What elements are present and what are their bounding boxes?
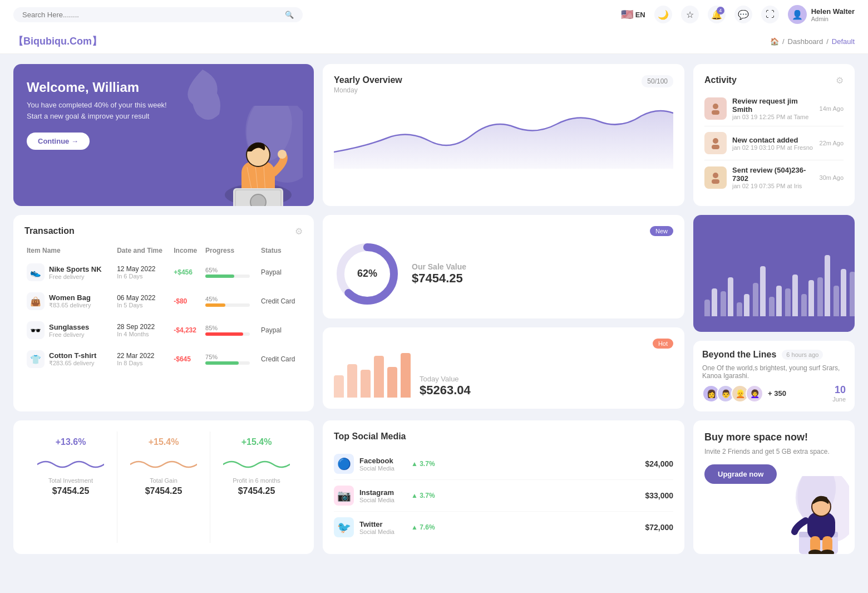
progress-bar: [205, 303, 250, 307]
social-growth: ▲ 3.7%: [411, 492, 435, 499]
avatar: 👤: [788, 5, 807, 24]
bar-dark: [728, 277, 733, 316]
activity-item-time: 14m Ago: [820, 105, 844, 112]
item-name: Women Bag: [49, 293, 91, 302]
search-bar[interactable]: 🔍: [13, 7, 303, 22]
breadcrumb-dashboard[interactable]: Dashboard: [788, 37, 823, 46]
new-badge: New: [650, 226, 673, 236]
progress-label: 75%: [205, 354, 257, 360]
activity-thumb: [704, 97, 727, 120]
stat-value: $7454.25: [145, 486, 183, 496]
stat-wave: [37, 456, 104, 473]
item-icon: 👜: [27, 292, 45, 310]
svg-point-12: [250, 194, 266, 206]
item-income-cell: +$456: [171, 258, 203, 287]
continue-button[interactable]: Continue →: [27, 133, 90, 150]
social-name: Facebook: [359, 457, 394, 465]
table-row: 👟 Nike Sports NK Free delivery 12 May 20…: [24, 258, 303, 287]
item-icon: 🕶️: [27, 321, 45, 339]
activity-item: Review request jim Smith jan 03 19 12:25…: [704, 91, 844, 126]
user-profile[interactable]: 👤 Helen Walter Admin: [788, 5, 855, 24]
home-icon[interactable]: 🏠: [770, 37, 779, 46]
social-sub: Social Media: [359, 497, 394, 503]
mini-bar: [347, 364, 357, 398]
bar-light: [769, 297, 775, 316]
stat-label: Total Investment: [48, 477, 93, 484]
bar-dark: [712, 288, 717, 316]
today-value-card: Hot Today Value $5263.04: [323, 327, 684, 409]
stats-card: +13.6% Total Investment $7454.25 +15.4% …: [13, 420, 314, 554]
table-header: Progress: [203, 243, 259, 258]
mini-bar: [374, 356, 384, 398]
social-item: 🔵 Facebook Social Media ▲ 3.7% $24,000: [334, 448, 673, 480]
activity-item-sub: jan 02 19 03:10 PM at Fresno: [732, 144, 814, 151]
yearly-overview-card: Yearly Overview Monday 50/100: [323, 64, 684, 206]
brand-logo: 【Biqubiqu.Com】: [13, 35, 102, 48]
item-date: 12 May 2022: [117, 265, 169, 273]
chat-button[interactable]: 💬: [734, 6, 752, 23]
stat-item: +15.4% Total Gain $7454.25: [117, 432, 210, 543]
beyond-description: One Of the world,s brightest, young surf…: [702, 364, 846, 380]
dark-mode-toggle[interactable]: 🌙: [654, 6, 672, 23]
activity-item: New contact added jan 02 19 03:10 PM at …: [704, 126, 844, 160]
bar-light: [721, 291, 726, 316]
activity-item-sub: jan 02 19 07:35 PM at Iris: [732, 183, 814, 189]
transaction-card: Transaction ⚙ Item NameDate and TimeInco…: [13, 215, 314, 411]
fullscreen-button[interactable]: ⛶: [761, 6, 779, 23]
transaction-table: Item NameDate and TimeIncomeProgressStat…: [24, 243, 303, 374]
activity-settings-icon[interactable]: ⚙: [836, 75, 844, 86]
item-progress-cell: 75%: [203, 345, 259, 374]
social-item: 📷 Instagram Social Media ▲ 3.7% $33,000: [334, 480, 673, 512]
stat-item: +13.6% Total Investment $7454.25: [24, 432, 117, 543]
stat-percent: +13.6%: [56, 437, 86, 447]
today-value-label: Today Value: [420, 375, 471, 383]
item-progress-cell: 65%: [203, 258, 259, 287]
search-input[interactable]: [22, 11, 280, 19]
social-icon: 🔵: [334, 454, 354, 474]
progress-label: 65%: [205, 267, 257, 273]
bar-dark: [760, 266, 766, 316]
item-date: 06 May 2022: [117, 294, 169, 302]
welcome-title: Welcome, William: [27, 80, 183, 95]
breadcrumb-current: Default: [832, 37, 855, 46]
bar-light: [785, 288, 791, 316]
stat-label: Total Gain: [150, 477, 177, 484]
activity-card: Activity ⚙ Review request jim Smith jan …: [693, 64, 855, 206]
language-selector[interactable]: 🇺🇸 EN: [621, 8, 645, 21]
svg-point-13: [278, 150, 287, 159]
item-name-cell: 👕 Cotton T-shirt ₹283.65 delivery: [24, 345, 115, 374]
stat-value: $7454.25: [52, 486, 90, 496]
search-icon: 🔍: [285, 11, 294, 19]
bar-light: [801, 294, 807, 316]
bar-group: [737, 294, 749, 316]
bar-dark: [792, 275, 798, 316]
lang-label: EN: [635, 11, 645, 19]
stat-percent: +15.4%: [149, 437, 179, 447]
item-name: Cotton T-shirt: [49, 351, 96, 360]
item-income-cell: -$80: [171, 287, 203, 316]
middle-column: New 62% Our Sale Value $7454.25 Hot: [323, 215, 684, 411]
bar-group: [721, 277, 733, 316]
item-sub: ₹283.65 delivery: [49, 360, 96, 367]
yearly-subtitle: Monday: [334, 86, 402, 94]
welcome-banner: Welcome, William You have completed 40% …: [13, 64, 314, 206]
upgrade-card: Buy more space now! Invite 2 Friends and…: [693, 420, 855, 554]
bar-group: [801, 280, 814, 316]
star-button[interactable]: ☆: [681, 6, 699, 23]
transaction-settings-icon[interactable]: ⚙: [295, 226, 303, 237]
table-header: Income: [171, 243, 203, 258]
svg-rect-22: [712, 179, 719, 184]
nav-icons: 🇺🇸 EN 🌙 ☆ 🔔 4 💬 ⛶ 👤 Helen Walter Admin: [621, 5, 855, 24]
table-header: Item Name: [24, 243, 115, 258]
svg-point-21: [713, 173, 718, 178]
activity-thumb: [704, 132, 727, 154]
mini-bar: [401, 353, 411, 398]
social-growth: ▲ 3.7%: [411, 460, 435, 468]
notification-bell[interactable]: 🔔 4: [708, 6, 726, 23]
activity-text: Review request jim Smith jan 03 19 12:25…: [732, 97, 814, 120]
activity-item-time: 30m Ago: [820, 174, 844, 181]
stat-wave: [130, 456, 197, 473]
progress-bar: [205, 361, 250, 365]
table-header: Date and Time: [115, 243, 171, 258]
bar-group: [769, 286, 782, 316]
